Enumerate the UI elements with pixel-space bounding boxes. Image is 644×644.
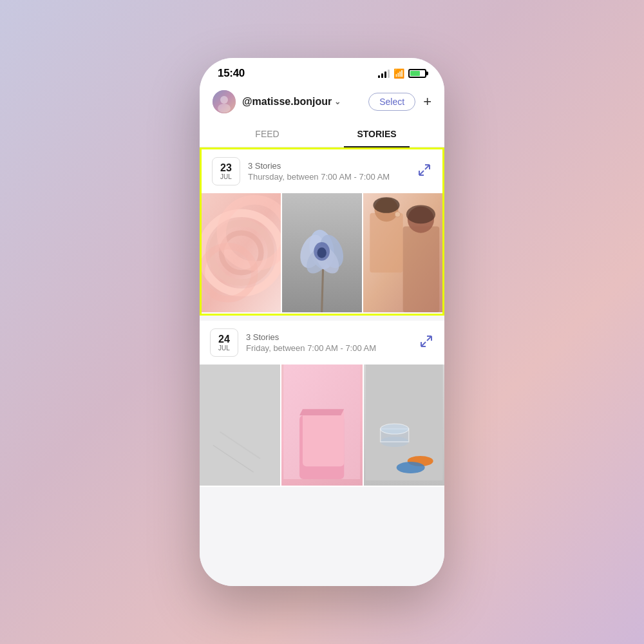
svg-point-23 — [317, 247, 327, 258]
phone-frame: 15:40 📶 — [200, 58, 444, 586]
svg-point-50 — [396, 462, 424, 473]
date-badge-jul23: 23 JUL — [212, 157, 240, 185]
story-group-jul23: 23 JUL 3 Stories Thursday, between 7:00 … — [200, 147, 444, 316]
svg-point-30 — [406, 205, 435, 224]
svg-rect-27 — [402, 226, 439, 312]
content-area: 23 JUL 3 Stories Thursday, between 7:00 … — [200, 147, 444, 586]
story-info-jul23: 3 Stories Thursday, between 7:00 AM - 7:… — [240, 161, 417, 182]
svg-point-31 — [395, 212, 400, 217]
story-image-4[interactable] — [200, 365, 280, 486]
tab-feed[interactable]: FEED — [213, 121, 322, 147]
image-grid-jul23 — [202, 193, 442, 314]
profile-name[interactable]: @matisse.bonjour ⌄ — [242, 96, 341, 108]
svg-point-2 — [218, 104, 231, 113]
status-bar: 15:40 📶 — [200, 58, 444, 84]
date-badge-jul24: 24 JUL — [210, 328, 238, 357]
svg-rect-38 — [200, 365, 280, 486]
tab-stories[interactable]: STORIES — [322, 121, 431, 147]
story-group-jul24: 24 JUL 3 Stories Friday, between 7:00 AM… — [200, 321, 444, 487]
svg-line-32 — [427, 336, 431, 341]
svg-rect-25 — [370, 213, 402, 273]
svg-marker-44 — [299, 409, 344, 415]
image-grid-jul24 — [200, 365, 444, 487]
story-image-2[interactable] — [282, 193, 361, 312]
svg-line-16 — [322, 266, 323, 312]
story-image-5[interactable] — [281, 365, 362, 486]
svg-point-29 — [373, 197, 399, 213]
svg-line-35 — [421, 342, 426, 346]
svg-line-3 — [425, 165, 430, 169]
story-header-jul23: 23 JUL 3 Stories Thursday, between 7:00 … — [202, 149, 442, 193]
chevron-down-icon: ⌄ — [334, 97, 341, 106]
story-image-6[interactable] — [364, 365, 444, 486]
app-header: @matisse.bonjour ⌄ Select + — [200, 84, 444, 121]
svg-line-6 — [419, 171, 424, 175]
svg-rect-43 — [303, 409, 344, 466]
expand-icon-jul23[interactable] — [417, 162, 432, 181]
wifi-icon: 📶 — [393, 68, 404, 79]
select-button[interactable]: Select — [368, 93, 415, 111]
status-icons: 📶 — [378, 68, 426, 79]
signal-icon — [378, 69, 390, 78]
status-time: 15:40 — [218, 67, 245, 80]
avatar — [213, 90, 236, 113]
expand-icon-jul24[interactable] — [419, 334, 434, 352]
story-image-1[interactable] — [202, 193, 281, 312]
story-header-jul24: 24 JUL 3 Stories Friday, between 7:00 AM… — [200, 321, 444, 365]
add-button[interactable]: + — [423, 95, 431, 109]
story-image-3[interactable] — [363, 193, 442, 312]
tabs: FEED STORIES — [200, 121, 444, 147]
battery-icon — [408, 69, 426, 78]
svg-point-1 — [220, 96, 228, 104]
profile-section[interactable]: @matisse.bonjour ⌄ — [213, 90, 341, 113]
header-actions: Select + — [368, 93, 431, 111]
svg-point-48 — [380, 424, 408, 434]
story-info-jul24: 3 Stories Friday, between 7:00 AM - 7:00… — [238, 332, 419, 353]
